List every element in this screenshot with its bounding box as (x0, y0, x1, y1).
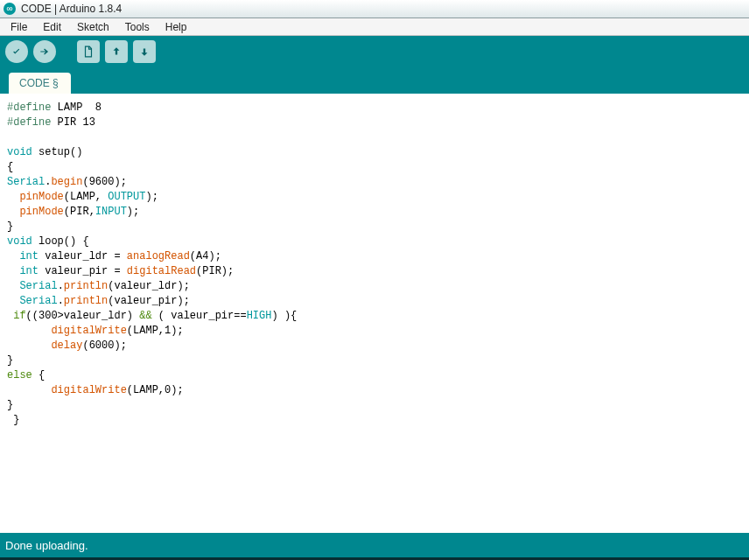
window-titlebar: CODE | Arduino 1.8.4 (0, 0, 749, 18)
code-token: valeur_pir = (38, 265, 127, 277)
code-token: int (19, 250, 38, 262)
code-token: (PIR, (64, 206, 95, 218)
code-line: { (7, 160, 742, 175)
code-token: OUTPUT (108, 191, 145, 203)
menu-edit[interactable]: Edit (36, 19, 68, 35)
code-token: (valeur_ldr); (108, 280, 190, 292)
code-token: INPUT (95, 206, 127, 218)
code-line: delay(6000); (7, 339, 742, 354)
code-line: #define LAMP 8 (7, 101, 742, 116)
code-line: Serial.println(valeur_pir); (7, 294, 742, 309)
toolbar (0, 36, 749, 67)
code-token: HIGH (247, 310, 272, 322)
code-token: pinMode (19, 206, 63, 218)
status-bar: Done uploading. (0, 533, 749, 557)
tab-code[interactable]: CODE § (9, 73, 71, 94)
menubar: File Edit Sketch Tools Help (0, 18, 749, 36)
code-token: ) ){ (271, 310, 297, 322)
menu-help[interactable]: Help (158, 19, 194, 35)
new-button[interactable] (77, 40, 100, 63)
code-token: } (7, 399, 13, 411)
code-line (7, 130, 742, 145)
code-line: digitalWrite(LAMP,0); (7, 383, 742, 398)
code-line: } (7, 354, 742, 368)
save-button[interactable] (133, 40, 156, 63)
verify-button[interactable] (5, 40, 28, 63)
code-token: digitalRead (127, 265, 196, 277)
code-line: } (7, 220, 742, 234)
menu-tools[interactable]: Tools (118, 19, 157, 35)
code-token: #define (7, 102, 51, 114)
code-token: void (7, 146, 32, 158)
arrow-up-icon (110, 46, 122, 58)
code-line: Serial.println(valeur_ldr); (7, 279, 742, 294)
code-token: digitalWrite (51, 384, 126, 396)
code-line: pinMode(LAMP, OUTPUT); (7, 190, 742, 205)
code-token: valeur_ldr = (38, 250, 127, 262)
code-line: digitalWrite(LAMP,1); (7, 324, 742, 339)
code-token: void (7, 235, 32, 248)
code-token: (LAMP,1); (127, 325, 184, 337)
code-token (7, 191, 19, 203)
code-token: { (32, 369, 45, 382)
code-token: println (64, 295, 108, 307)
code-token: Serial (19, 280, 57, 292)
menu-file[interactable]: File (4, 19, 34, 35)
arrow-right-icon (38, 46, 51, 58)
code-token: (PIR); (196, 265, 234, 277)
code-token (7, 280, 19, 292)
tab-row: CODE § (0, 67, 749, 94)
code-line: pinMode(PIR,INPUT); (7, 205, 742, 220)
code-line: #define PIR 13 (7, 116, 742, 130)
code-token: Serial (19, 295, 57, 307)
status-text: Done uploading. (5, 539, 88, 552)
code-token: } (7, 220, 13, 233)
file-icon (82, 46, 94, 58)
code-token: else (7, 369, 32, 382)
code-token: . (58, 280, 64, 292)
code-token: . (58, 295, 64, 307)
code-token: (9600); (82, 176, 126, 188)
code-token: #define (7, 116, 51, 129)
code-token: (A4); (190, 250, 221, 262)
code-line: void setup() (7, 145, 742, 160)
code-token (7, 295, 19, 307)
arduino-logo-icon (4, 3, 16, 15)
code-token: if (13, 310, 25, 322)
code-token (7, 265, 19, 277)
open-button[interactable] (105, 40, 128, 63)
code-token: println (64, 280, 108, 292)
code-token (7, 384, 51, 396)
code-token: (6000); (82, 340, 126, 352)
check-icon (10, 46, 23, 58)
upload-button[interactable] (33, 40, 56, 63)
code-token (7, 250, 19, 262)
code-token: } (7, 354, 13, 367)
code-token: analogRead (127, 250, 190, 262)
code-token: ); (145, 191, 158, 203)
code-token (7, 131, 13, 144)
code-line: int valeur_ldr = analogRead(A4); (7, 249, 742, 264)
code-line: if((300>valeur_ldr) && ( valeur_pir==HIG… (7, 309, 742, 324)
code-token: loop() { (32, 235, 89, 248)
code-line: } (7, 398, 742, 413)
code-token: (valeur_pir); (108, 295, 190, 307)
code-token: { (7, 161, 13, 173)
code-token: Serial (7, 176, 45, 188)
code-token: PIR 13 (51, 116, 94, 129)
menu-sketch[interactable]: Sketch (70, 19, 116, 35)
code-editor[interactable]: #define LAMP 8#define PIR 13 void setup(… (0, 94, 749, 533)
code-token: ((300>valeur_ldr) (26, 310, 140, 322)
arrow-down-icon (138, 46, 150, 58)
code-token: } (7, 414, 19, 426)
window-title: CODE | Arduino 1.8.4 (21, 3, 122, 15)
code-line: void loop() { (7, 234, 742, 249)
code-token (7, 206, 19, 218)
code-token: LAMP 8 (51, 102, 102, 114)
code-token: digitalWrite (51, 325, 126, 337)
code-line: } (7, 413, 742, 428)
code-line: Serial.begin(9600); (7, 175, 742, 190)
code-token: (LAMP,0); (127, 384, 184, 396)
code-token (7, 325, 51, 337)
code-token: ); (127, 206, 139, 218)
